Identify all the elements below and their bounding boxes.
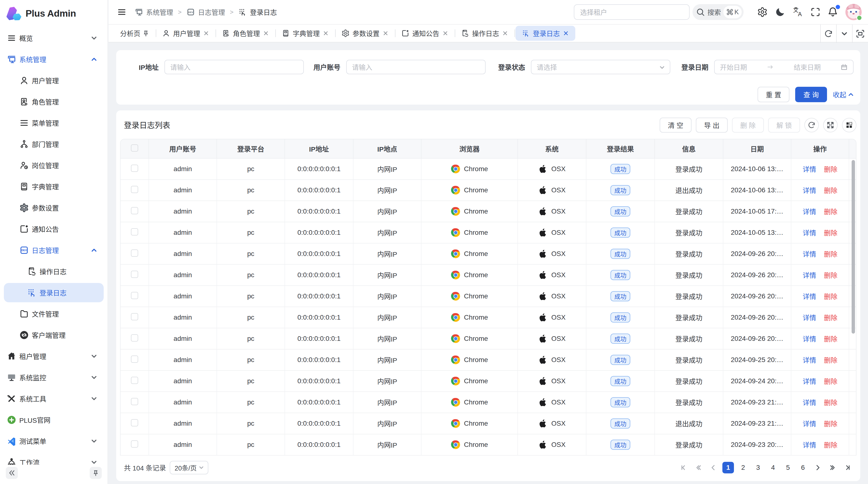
svg-text:A: A: [798, 11, 802, 18]
svg-text:DEV: DEV: [188, 11, 193, 13]
svg-text:DEV: DEV: [22, 249, 27, 252]
